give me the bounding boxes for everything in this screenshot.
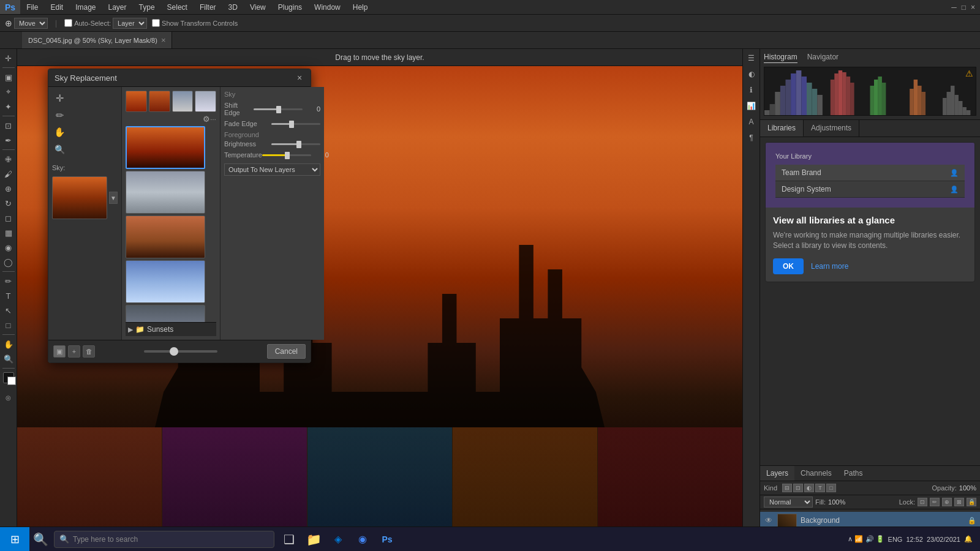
lib-item-design-system[interactable]: Design System 👤 [775, 181, 965, 198]
temperature-slider[interactable] [262, 154, 311, 156]
right-icon-char[interactable]: A [745, 115, 758, 129]
tool-healing[interactable]: ✙ [2, 152, 15, 166]
filter-kind-icon[interactable]: ⊟ [782, 484, 792, 492]
filter-adj-icon[interactable]: ◐ [804, 484, 814, 492]
right-icon-layers[interactable]: ☰ [745, 51, 758, 65]
blend-mode-select[interactable]: Normal [764, 497, 813, 508]
sky-list-item-4[interactable] [126, 260, 205, 303]
doc-tab[interactable]: DSC_0045.jpg @ 50% (Sky, Layer Mask/8) × [22, 32, 172, 48]
sky-folder-btn-delete[interactable]: 🗑 [83, 345, 95, 358]
taskbar-explorer[interactable]: 📁 [301, 527, 326, 552]
tool-eraser[interactable]: ◻ [2, 211, 15, 225]
right-icon-para[interactable]: ¶ [745, 131, 758, 144]
sky-cancel-button[interactable]: Cancel [267, 344, 306, 359]
tool-preset-select[interactable]: Move [14, 18, 48, 29]
sky-tool-move[interactable]: ✛ [52, 91, 67, 105]
menu-help[interactable]: Help [347, 0, 374, 14]
sky-bottom-slider[interactable] [144, 350, 217, 353]
menu-window[interactable]: Window [308, 0, 347, 14]
sky-list-item-3[interactable] [126, 216, 205, 258]
sky-folder-btn-active[interactable]: ▣ [53, 345, 66, 358]
lock-artboard-icon[interactable]: ⊠ [954, 498, 964, 506]
histogram-tab[interactable]: Histogram [764, 53, 797, 63]
brightness-slider[interactable] [271, 143, 320, 145]
taskbar-edge[interactable]: ◈ [326, 527, 350, 552]
sky-bottom-thumb[interactable] [170, 347, 178, 356]
sky-list-item-5[interactable] [126, 305, 205, 322]
menu-file[interactable]: File [20, 0, 44, 14]
filter-text-icon[interactable]: T [815, 484, 825, 492]
sky-thumb-3[interactable] [172, 91, 194, 112]
tool-brush[interactable]: 🖌 [2, 167, 15, 181]
tool-stamp[interactable]: ⊕ [2, 182, 15, 195]
tool-crop[interactable]: ⊡ [2, 119, 15, 132]
sky-list-item-2[interactable] [126, 171, 205, 214]
lib-ok-button[interactable]: OK [773, 258, 804, 274]
taskbar-search-box[interactable]: 🔍 Type here to search [54, 531, 274, 548]
sky-dropdown-button[interactable]: ▼ [109, 192, 118, 204]
sky-dialog-header[interactable]: Sky Replacement × [48, 69, 311, 87]
tool-hand[interactable]: ✋ [2, 337, 15, 351]
taskbar-task-view[interactable]: ❑ [277, 527, 301, 552]
tool-pen[interactable]: ✏ [2, 274, 15, 288]
sky-tool-zoom[interactable]: 🔍 [52, 142, 67, 157]
menu-image[interactable]: Image [69, 0, 102, 14]
sunsets-folder[interactable]: ▶ 📁 Sunsets [126, 322, 216, 336]
sky-folder-btn-add[interactable]: + [68, 345, 80, 358]
fade-edge-slider[interactable] [271, 123, 320, 125]
menu-3d[interactable]: 3D [222, 0, 244, 14]
layers-tab[interactable]: Layers [760, 466, 794, 481]
tool-move[interactable]: ✛ [2, 51, 15, 65]
navigator-tab[interactable]: Navigator [807, 53, 839, 63]
menu-type[interactable]: Type [133, 0, 161, 14]
shift-edge-slider[interactable] [254, 108, 303, 110]
lib-item-team-brand[interactable]: Team Brand 👤 [775, 165, 965, 181]
foreground-color[interactable] [3, 372, 14, 383]
lock-image-icon[interactable]: ✏ [930, 498, 940, 506]
lock-position-icon[interactable]: ⊕ [942, 498, 952, 506]
taskbar-start-button[interactable]: ⊞ [0, 527, 29, 552]
lib-learn-more-link[interactable]: Learn more [811, 262, 848, 271]
doc-tab-close[interactable]: × [161, 36, 166, 45]
adjustments-tab[interactable]: Adjustments [804, 120, 859, 137]
menu-ps[interactable]: Ps [0, 0, 20, 14]
transform-checkbox[interactable] [152, 19, 160, 27]
tool-lasso[interactable]: ⌖ [2, 85, 15, 99]
tool-type[interactable]: T [2, 289, 15, 302]
right-icon-hist[interactable]: 📊 [745, 99, 758, 113]
menu-edit[interactable]: Edit [44, 0, 69, 14]
filter-pixel-icon[interactable]: ⊡ [793, 484, 803, 492]
right-icon-adjust[interactable]: ◐ [745, 67, 758, 81]
lock-transparent-icon[interactable]: ⊡ [918, 498, 927, 506]
sky-thumb-1[interactable] [126, 91, 147, 112]
menu-filter[interactable]: Filter [194, 0, 222, 14]
close-btn[interactable]: × [971, 3, 975, 12]
taskbar-chrome[interactable]: ◉ [350, 527, 375, 552]
tool-history[interactable]: ↻ [2, 197, 15, 210]
right-icon-info[interactable]: ℹ [745, 83, 758, 97]
tool-gradient[interactable]: ▦ [2, 226, 15, 239]
maximize-btn[interactable]: □ [962, 3, 966, 12]
sky-scroll-list[interactable] [126, 126, 216, 322]
tool-magic-wand[interactable]: ✦ [2, 100, 15, 113]
taskbar-ps[interactable]: Ps [375, 527, 399, 552]
sky-tool-brush[interactable]: ✏ [52, 108, 67, 122]
taskbar-notification-btn[interactable]: 🔔 [964, 535, 973, 543]
tool-blur[interactable]: ◉ [2, 241, 15, 254]
tool-eyedropper[interactable]: ✒ [2, 133, 15, 147]
output-select[interactable]: Output To New Layers [224, 163, 320, 176]
sky-tool-hand[interactable]: ✋ [52, 125, 67, 140]
tool-dodge[interactable]: ◯ [2, 255, 15, 269]
quick-mask[interactable]: ◎ [2, 391, 15, 404]
paths-tab[interactable]: Paths [838, 466, 869, 481]
tool-selection[interactable]: ▣ [2, 70, 15, 84]
tool-path-select[interactable]: ↖ [2, 304, 15, 317]
sky-dialog-close-button[interactable]: × [295, 73, 304, 83]
menu-plugins[interactable]: Plugins [272, 0, 308, 14]
sky-list-item-1[interactable] [126, 126, 205, 169]
lock-all-icon[interactable]: 🔒 [967, 498, 976, 506]
tool-zoom[interactable]: 🔍 [2, 352, 15, 365]
sky-gear-button[interactable]: ⚙ [203, 114, 210, 124]
layer-visibility-eye[interactable]: 👁 [764, 515, 774, 525]
sky-thumb-2[interactable] [149, 91, 170, 112]
